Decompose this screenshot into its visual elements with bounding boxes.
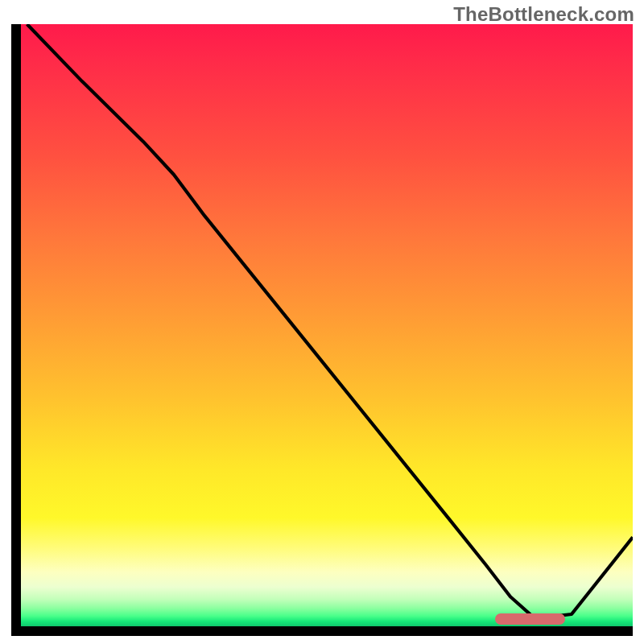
chart-frame: TheBottleneck.com (0, 0, 644, 644)
curve-path (27, 24, 633, 618)
plot-inner (21, 24, 633, 626)
plot-area (11, 24, 633, 636)
optimal-range-bar (495, 613, 565, 625)
watermark-text: TheBottleneck.com (453, 3, 634, 26)
bottleneck-curve (21, 24, 633, 626)
